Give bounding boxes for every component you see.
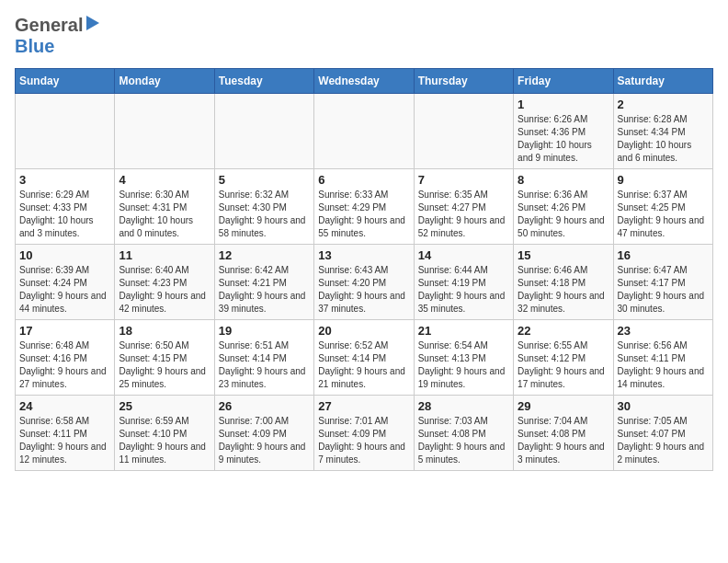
day-info: Sunrise: 6:46 AM Sunset: 4:18 PM Dayligh… — [518, 264, 609, 316]
calendar-cell: 28Sunrise: 7:03 AM Sunset: 4:08 PM Dayli… — [414, 396, 513, 471]
weekday-header-tuesday: Tuesday — [214, 69, 313, 94]
day-info: Sunrise: 6:48 AM Sunset: 4:16 PM Dayligh… — [19, 339, 110, 391]
day-number: 15 — [518, 248, 609, 262]
day-number: 19 — [219, 324, 310, 338]
calendar-cell — [115, 94, 214, 169]
calendar-week-4: 17Sunrise: 6:48 AM Sunset: 4:16 PM Dayli… — [16, 320, 713, 396]
calendar-cell: 15Sunrise: 6:46 AM Sunset: 4:18 PM Dayli… — [514, 245, 613, 320]
calendar-cell: 8Sunrise: 6:36 AM Sunset: 4:26 PM Daylig… — [514, 169, 613, 245]
calendar-cell: 25Sunrise: 6:59 AM Sunset: 4:10 PM Dayli… — [115, 396, 214, 471]
weekday-header-saturday: Saturday — [613, 69, 712, 94]
day-info: Sunrise: 7:05 AM Sunset: 4:07 PM Dayligh… — [618, 415, 709, 466]
day-number: 30 — [618, 399, 709, 413]
day-info: Sunrise: 6:44 AM Sunset: 4:19 PM Dayligh… — [418, 264, 509, 316]
day-number: 28 — [418, 399, 509, 413]
day-info: Sunrise: 6:51 AM Sunset: 4:14 PM Dayligh… — [219, 339, 310, 391]
day-info: Sunrise: 6:29 AM Sunset: 4:33 PM Dayligh… — [19, 189, 110, 240]
logo-triangle-icon — [85, 16, 101, 32]
day-info: Sunrise: 6:37 AM Sunset: 4:25 PM Dayligh… — [618, 189, 709, 240]
day-info: Sunrise: 6:26 AM Sunset: 4:36 PM Dayligh… — [518, 113, 609, 165]
day-number: 13 — [318, 248, 409, 262]
calendar-week-3: 10Sunrise: 6:39 AM Sunset: 4:24 PM Dayli… — [16, 245, 713, 320]
calendar-cell: 11Sunrise: 6:40 AM Sunset: 4:23 PM Dayli… — [115, 245, 214, 320]
day-info: Sunrise: 7:01 AM Sunset: 4:09 PM Dayligh… — [318, 415, 409, 466]
day-info: Sunrise: 6:59 AM Sunset: 4:10 PM Dayligh… — [119, 415, 210, 466]
day-number: 22 — [518, 324, 609, 338]
day-number: 17 — [19, 324, 110, 338]
calendar-cell: 4Sunrise: 6:30 AM Sunset: 4:31 PM Daylig… — [115, 169, 214, 245]
calendar-cell — [16, 94, 115, 169]
day-info: Sunrise: 6:30 AM Sunset: 4:31 PM Dayligh… — [119, 189, 210, 240]
calendar-cell: 5Sunrise: 6:32 AM Sunset: 4:30 PM Daylig… — [214, 169, 313, 245]
day-info: Sunrise: 6:33 AM Sunset: 4:29 PM Dayligh… — [318, 189, 409, 240]
calendar-week-5: 24Sunrise: 6:58 AM Sunset: 4:11 PM Dayli… — [16, 396, 713, 471]
weekday-header-sunday: Sunday — [16, 69, 115, 94]
day-info: Sunrise: 6:58 AM Sunset: 4:11 PM Dayligh… — [19, 415, 110, 466]
day-info: Sunrise: 6:40 AM Sunset: 4:23 PM Dayligh… — [119, 264, 210, 316]
day-info: Sunrise: 6:35 AM Sunset: 4:27 PM Dayligh… — [418, 189, 509, 240]
logo-blue: Blue — [15, 36, 54, 56]
logo: General Blue — [15, 15, 101, 57]
calendar-cell: 3Sunrise: 6:29 AM Sunset: 4:33 PM Daylig… — [16, 169, 115, 245]
day-info: Sunrise: 6:39 AM Sunset: 4:24 PM Dayligh… — [19, 264, 110, 316]
day-number: 24 — [19, 399, 110, 413]
calendar-cell: 20Sunrise: 6:52 AM Sunset: 4:14 PM Dayli… — [314, 320, 414, 396]
day-number: 27 — [318, 399, 409, 413]
day-number: 9 — [618, 173, 709, 187]
day-info: Sunrise: 6:47 AM Sunset: 4:17 PM Dayligh… — [618, 264, 709, 316]
calendar-cell: 26Sunrise: 7:00 AM Sunset: 4:09 PM Dayli… — [214, 396, 313, 471]
calendar-header: SundayMondayTuesdayWednesdayThursdayFrid… — [16, 69, 713, 94]
day-info: Sunrise: 6:32 AM Sunset: 4:30 PM Dayligh… — [219, 189, 310, 240]
day-number: 21 — [418, 324, 509, 338]
day-number: 29 — [518, 399, 609, 413]
day-number: 3 — [19, 173, 110, 187]
day-number: 10 — [19, 248, 110, 262]
calendar-cell: 1Sunrise: 6:26 AM Sunset: 4:36 PM Daylig… — [514, 94, 613, 169]
calendar-week-1: 1Sunrise: 6:26 AM Sunset: 4:36 PM Daylig… — [16, 94, 713, 169]
weekday-header-wednesday: Wednesday — [314, 69, 414, 94]
day-number: 8 — [518, 173, 609, 187]
day-number: 14 — [418, 248, 509, 262]
calendar-cell: 16Sunrise: 6:47 AM Sunset: 4:17 PM Dayli… — [613, 245, 712, 320]
day-info: Sunrise: 7:00 AM Sunset: 4:09 PM Dayligh… — [219, 415, 310, 466]
day-number: 16 — [618, 248, 709, 262]
calendar-cell: 22Sunrise: 6:55 AM Sunset: 4:12 PM Dayli… — [514, 320, 613, 396]
day-number: 1 — [518, 98, 609, 111]
day-info: Sunrise: 7:03 AM Sunset: 4:08 PM Dayligh… — [418, 415, 509, 466]
day-number: 5 — [219, 173, 310, 187]
calendar-cell: 18Sunrise: 6:50 AM Sunset: 4:15 PM Dayli… — [115, 320, 214, 396]
day-number: 7 — [418, 173, 509, 187]
day-info: Sunrise: 7:04 AM Sunset: 4:08 PM Dayligh… — [518, 415, 609, 466]
day-number: 4 — [119, 173, 210, 187]
calendar-table: SundayMondayTuesdayWednesdayThursdayFrid… — [15, 68, 713, 471]
calendar-cell: 24Sunrise: 6:58 AM Sunset: 4:11 PM Dayli… — [16, 396, 115, 471]
day-number: 23 — [618, 324, 709, 338]
day-info: Sunrise: 6:56 AM Sunset: 4:11 PM Dayligh… — [618, 339, 709, 391]
day-info: Sunrise: 6:52 AM Sunset: 4:14 PM Dayligh… — [318, 339, 409, 391]
day-number: 25 — [119, 399, 210, 413]
calendar-cell: 7Sunrise: 6:35 AM Sunset: 4:27 PM Daylig… — [414, 169, 513, 245]
calendar-cell — [314, 94, 414, 169]
calendar-cell — [214, 94, 313, 169]
logo-general: General — [15, 15, 83, 36]
day-info: Sunrise: 6:42 AM Sunset: 4:21 PM Dayligh… — [219, 264, 310, 316]
calendar-cell: 27Sunrise: 7:01 AM Sunset: 4:09 PM Dayli… — [314, 396, 414, 471]
day-info: Sunrise: 6:28 AM Sunset: 4:34 PM Dayligh… — [618, 113, 709, 165]
calendar-week-2: 3Sunrise: 6:29 AM Sunset: 4:33 PM Daylig… — [16, 169, 713, 245]
weekday-header-thursday: Thursday — [414, 69, 513, 94]
calendar-cell: 23Sunrise: 6:56 AM Sunset: 4:11 PM Dayli… — [613, 320, 712, 396]
svg-marker-0 — [86, 16, 99, 30]
calendar-cell: 6Sunrise: 6:33 AM Sunset: 4:29 PM Daylig… — [314, 169, 414, 245]
day-number: 6 — [318, 173, 409, 187]
calendar-cell: 29Sunrise: 7:04 AM Sunset: 4:08 PM Dayli… — [514, 396, 613, 471]
calendar-cell — [414, 94, 513, 169]
calendar-cell: 13Sunrise: 6:43 AM Sunset: 4:20 PM Dayli… — [314, 245, 414, 320]
calendar-cell: 19Sunrise: 6:51 AM Sunset: 4:14 PM Dayli… — [214, 320, 313, 396]
day-info: Sunrise: 6:50 AM Sunset: 4:15 PM Dayligh… — [119, 339, 210, 391]
day-info: Sunrise: 6:36 AM Sunset: 4:26 PM Dayligh… — [518, 189, 609, 240]
day-number: 18 — [119, 324, 210, 338]
calendar-body: 1Sunrise: 6:26 AM Sunset: 4:36 PM Daylig… — [16, 94, 713, 471]
calendar-cell: 9Sunrise: 6:37 AM Sunset: 4:25 PM Daylig… — [613, 169, 712, 245]
calendar-cell: 17Sunrise: 6:48 AM Sunset: 4:16 PM Dayli… — [16, 320, 115, 396]
day-number: 11 — [119, 248, 210, 262]
